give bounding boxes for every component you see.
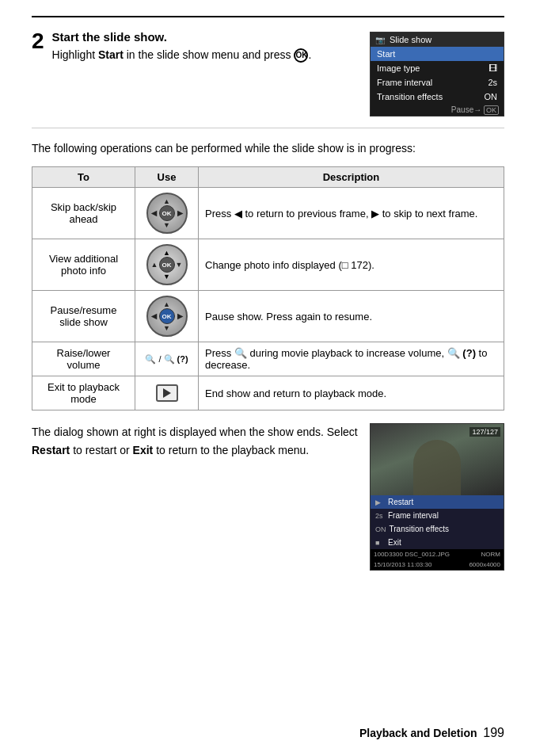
- exit-icon: ■: [375, 539, 385, 547]
- frameinterval-icon: 2s: [375, 512, 385, 520]
- step-content: Start the slide show. Highlight Start in…: [52, 30, 357, 63]
- ed-fi-label: Frame interval: [388, 511, 439, 520]
- ss-item-transition: Transition effects ON: [371, 90, 504, 104]
- play-triangle: [163, 388, 171, 398]
- dpad-center-press: ▲ ▼ ◀ ▶ OK: [146, 296, 188, 337]
- bottom-restart: Restart: [32, 444, 70, 456]
- operations-table: To Use Description Skip back/skip ahead …: [32, 166, 504, 410]
- row2-desc: Change photo info displayed (□ 172).: [199, 239, 504, 291]
- dpad-ring-updown: ▲ ▼ ▲ ▼ OK: [146, 244, 188, 285]
- dpad-center-ok2: OK: [159, 257, 175, 273]
- playback-mode-icon: [156, 384, 178, 402]
- ss-item-imagetype: Image type 🎞: [371, 61, 504, 75]
- step-body-text1: Highlight: [52, 48, 98, 61]
- row3-use: ▲ ▼ ◀ ▶ OK: [135, 291, 199, 342]
- ed-date: 15/10/2013 11:03:30: [374, 561, 431, 568]
- ed-quality: NORM: [481, 551, 500, 558]
- ed-bottom-bar2: 15/10/2013 11:03:30 6000x4000: [371, 559, 504, 570]
- row1-desc: Press ◀ to return to previous frame, ▶ t…: [199, 188, 504, 239]
- ss-item-frameinterval: Frame interval 2s: [371, 75, 504, 90]
- row5-to: Exit to playback mode: [32, 376, 135, 410]
- ed-menu: ▶ Restart 2s Frame interval ON Transitio…: [371, 495, 504, 549]
- ed-restart-label: Restart: [388, 498, 413, 506]
- ed-counter: 127/127: [469, 427, 500, 437]
- dpad-down-arrow: ▼: [163, 221, 170, 229]
- ed-resolution: 6000x4000: [469, 561, 500, 568]
- row5-desc: End show and return to playback mode.: [199, 376, 504, 410]
- dpad-left-arrow2: ▲: [151, 261, 158, 269]
- row2-to: View additionalphoto info: [32, 239, 135, 291]
- step-number: 2: [32, 30, 44, 52]
- dpad-ring3: ▲ ▼ ◀ ▶ OK: [146, 296, 188, 337]
- page-container: 2 Start the slide show. Highlight Start …: [0, 0, 536, 756]
- table-row: View additionalphoto info ▲ ▼ ▲ ▼ OK Cha…: [32, 239, 504, 291]
- dpad-right-arrow: ▶: [177, 209, 183, 217]
- footer-label: Playback and Deletion: [359, 727, 477, 739]
- divider: [32, 128, 504, 128]
- step-header: 2 Start the slide show. Highlight Start …: [32, 30, 504, 116]
- bottom-exit: Exit: [133, 444, 154, 456]
- ed-bottom-bar: 100D3300 DSC_0012.JPG NORM: [371, 549, 504, 559]
- ed-image-area: 127/127: [371, 424, 504, 495]
- row1-to: Skip back/skip ahead: [32, 188, 135, 239]
- dpad-center-ok3: OK: [159, 308, 175, 324]
- ed-exit-label: Exit: [388, 538, 401, 547]
- dpad-ring: ▲ ▼ ◀ ▶ OK: [146, 193, 188, 234]
- dpad-left-arrow: ◀: [151, 209, 157, 217]
- row2-use: ▲ ▼ ▲ ▼ OK: [135, 239, 199, 291]
- operations-intro: The following operations can be performe…: [32, 139, 504, 157]
- volume-icons: 🔍 / 🔍 (?): [142, 353, 192, 365]
- dpad-down3: ▼: [163, 324, 170, 332]
- ss-title: Slide show: [390, 35, 431, 44]
- dpad-up-arrow2: ▲: [163, 249, 170, 257]
- table-row: Pause/resume slide show ▲ ▼ ◀ ▶ OK Pause…: [32, 291, 504, 342]
- bottom-text-2: to restart or: [70, 444, 132, 456]
- restart-icon: ▶: [375, 498, 385, 506]
- slide-show-screenshot: 📷 Slide show Start Image type 🎞 Frame in…: [370, 32, 504, 116]
- dpad-down-arrow2: ▼: [163, 273, 170, 281]
- page-number: 199: [483, 726, 504, 739]
- row4-use: 🔍 / 🔍 (?): [135, 342, 199, 376]
- dpad-right3: ▶: [177, 312, 183, 320]
- ed-item-restart: ▶ Restart: [371, 495, 504, 509]
- bottom-text-3: to return to the playback menu.: [153, 444, 309, 456]
- th-to: To: [32, 167, 135, 188]
- transition-icon: ON: [375, 525, 386, 533]
- ed-item-exit: ■ Exit: [371, 536, 504, 549]
- row1-use: ▲ ▼ ◀ ▶ OK: [135, 188, 199, 239]
- step-body-text2: in the slide show menu and press: [124, 48, 295, 61]
- bottom-text-1: The dialog shown at right is displayed w…: [32, 426, 358, 438]
- ed-silhouette: [413, 440, 461, 495]
- row4-desc: Press 🔍 during movie playback to increas…: [199, 342, 504, 376]
- dpad-up3: ▲: [163, 300, 170, 308]
- ed-item-frameinterval: 2s Frame interval: [371, 509, 504, 522]
- th-use: Use: [135, 167, 199, 188]
- bottom-text: The dialog shown at right is displayed w…: [32, 423, 359, 459]
- table-row: Exit to playback mode End show and retur…: [32, 376, 504, 410]
- end-dialog-screenshot: 127/127 ▶ Restart 2s Frame interval ON T…: [370, 423, 504, 571]
- step-body: Highlight Start in the slide show menu a…: [52, 47, 357, 63]
- bottom-section: The dialog shown at right is displayed w…: [32, 423, 504, 571]
- page-footer: Playback and Deletion 199: [359, 726, 504, 740]
- ok-button-symbol: OK: [294, 48, 308, 63]
- ss-title-bar: 📷 Slide show: [371, 32, 504, 47]
- table-row: Raise/lower volume 🔍 / 🔍 (?) Press 🔍 dur…: [32, 342, 504, 376]
- table-row: Skip back/skip ahead ▲ ▼ ◀ ▶ OK Press ◀ …: [32, 188, 504, 239]
- ed-file-info: 100D3300 DSC_0012.JPG: [374, 551, 450, 558]
- row3-desc: Pause show. Press again to resume.: [199, 291, 504, 342]
- dpad-right-arrow2: ▼: [176, 261, 183, 269]
- dpad-left3: ◀: [151, 312, 157, 320]
- dpad-updown: ▲ ▼ ▲ ▼ OK: [146, 244, 188, 285]
- step-title: Start the slide show.: [52, 30, 357, 44]
- step-row: Start the slide show. Highlight Start in…: [52, 30, 504, 116]
- top-rule: [32, 16, 504, 17]
- dpad-up-arrow: ▲: [163, 197, 170, 205]
- row3-to: Pause/resume slide show: [32, 291, 135, 342]
- dpad-leftright: ▲ ▼ ◀ ▶ OK: [146, 193, 188, 234]
- ss-item-start: Start: [371, 47, 504, 61]
- ed-trans-label: Transition effects: [390, 525, 450, 533]
- step-bold: Start: [98, 48, 124, 61]
- ss-bottom-bar: Pause→ OK: [371, 104, 504, 116]
- row4-to: Raise/lower volume: [32, 342, 135, 376]
- th-description: Description: [199, 167, 504, 188]
